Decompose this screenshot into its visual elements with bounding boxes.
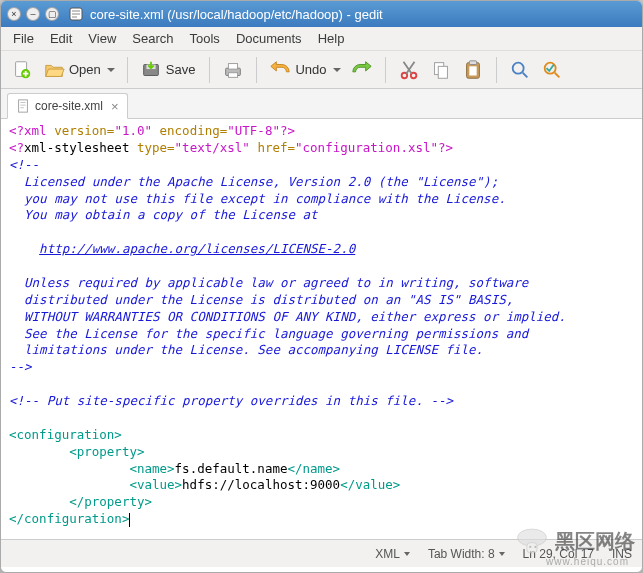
menu-tools[interactable]: Tools (182, 28, 228, 49)
redo-icon (351, 59, 373, 81)
menu-view[interactable]: View (80, 28, 124, 49)
save-button[interactable]: Save (136, 56, 202, 84)
separator (209, 57, 210, 83)
menu-edit[interactable]: Edit (42, 28, 80, 49)
copy-button[interactable] (426, 56, 456, 84)
code-text: Unless required by applicable law or agr… (9, 275, 528, 290)
save-icon (140, 59, 162, 81)
code-text: --> (9, 359, 32, 374)
svg-rect-14 (469, 60, 476, 64)
code-text: <name> (9, 461, 175, 476)
paste-button[interactable] (458, 56, 488, 84)
folder-open-icon (43, 59, 65, 81)
status-insert-mode[interactable]: INS (612, 547, 632, 561)
undo-icon (269, 59, 291, 81)
statusbar: XML Tab Width: 8 Ln 29, Col 17 INS (1, 539, 642, 567)
text-cursor (129, 513, 130, 527)
document-tabs: core-site.xml × (1, 89, 642, 119)
code-text: <!-- (9, 157, 39, 172)
code-text: hdfs://localhost:9000 (182, 477, 340, 492)
titlebar[interactable]: × – ▢ core-site.xml (/usr/local/hadoop/e… (1, 1, 642, 27)
code-text: See the License for the specific languag… (9, 326, 528, 341)
undo-button[interactable]: Undo (265, 56, 344, 84)
new-document-icon (11, 59, 33, 81)
code-text: type= (137, 140, 175, 155)
code-text: version= (54, 123, 114, 138)
text-editor[interactable]: <?xml version="1.0" encoding="UTF-8"?> <… (1, 119, 642, 539)
code-text: </name> (287, 461, 340, 476)
minimize-window-button[interactable]: – (26, 7, 40, 21)
new-document-button[interactable] (7, 56, 37, 84)
code-text: "1.0" (114, 123, 159, 138)
code-text: </configuration> (9, 511, 129, 526)
code-text: fs.default.name (175, 461, 288, 476)
menu-file[interactable]: File (5, 28, 42, 49)
svg-rect-18 (19, 100, 28, 112)
maximize-window-button[interactable]: ▢ (45, 7, 59, 21)
find-replace-icon (541, 59, 563, 81)
separator (496, 57, 497, 83)
code-text: you may not use this file except in comp… (9, 191, 506, 206)
copy-icon (430, 59, 452, 81)
cut-icon (398, 59, 420, 81)
code-text: "UTF-8" (227, 123, 280, 138)
svg-point-16 (512, 62, 523, 73)
code-text: xml-stylesheet (24, 140, 137, 155)
print-icon (222, 59, 244, 81)
close-tab-button[interactable]: × (111, 100, 119, 113)
gedit-icon (68, 6, 84, 22)
close-window-button[interactable]: × (7, 7, 21, 21)
toolbar: Open Save Undo (1, 51, 642, 89)
chevron-down-icon (499, 552, 505, 556)
status-language[interactable]: XML (375, 547, 410, 561)
status-tab-width[interactable]: Tab Width: 8 (428, 547, 505, 561)
menu-help[interactable]: Help (310, 28, 353, 49)
code-text: ?> (280, 123, 295, 138)
tab-label: core-site.xml (35, 99, 103, 113)
find-replace-button[interactable] (537, 56, 567, 84)
paste-icon (462, 59, 484, 81)
cut-button[interactable] (394, 56, 424, 84)
code-text: limitations under the License. See accom… (9, 342, 483, 357)
print-button[interactable] (218, 56, 248, 84)
separator (127, 57, 128, 83)
svg-rect-8 (229, 72, 238, 77)
code-text: WITHOUT WARRANTIES OR CONDITIONS OF ANY … (9, 309, 566, 324)
chevron-down-icon[interactable] (107, 68, 115, 72)
find-button[interactable] (505, 56, 535, 84)
menu-search[interactable]: Search (124, 28, 181, 49)
menu-documents[interactable]: Documents (228, 28, 310, 49)
save-label: Save (166, 62, 196, 77)
code-text: </value> (340, 477, 400, 492)
tab-core-site-xml[interactable]: core-site.xml × (7, 93, 128, 119)
redo-button[interactable] (347, 56, 377, 84)
status-cursor-position: Ln 29, Col 17 (523, 547, 594, 561)
open-label: Open (69, 62, 101, 77)
code-text (9, 241, 39, 256)
open-button[interactable]: Open (39, 56, 119, 84)
separator (256, 57, 257, 83)
undo-label: Undo (295, 62, 326, 77)
menubar: File Edit View Search Tools Documents He… (1, 27, 642, 51)
svg-rect-12 (438, 66, 447, 78)
code-text: http://www.apache.org/licenses/LICENSE-2… (39, 241, 355, 256)
search-icon (509, 59, 531, 81)
code-text: ?> (438, 140, 453, 155)
code-text: <? (9, 140, 24, 155)
code-text: <configuration> (9, 427, 122, 442)
code-text: <property> (9, 444, 144, 459)
code-text: </property> (9, 494, 152, 509)
svg-rect-15 (469, 66, 476, 75)
code-text: Licensed under the Apache License, Versi… (9, 174, 498, 189)
app-window: × – ▢ core-site.xml (/usr/local/hadoop/e… (0, 0, 643, 573)
code-text: <?xml (9, 123, 54, 138)
code-text: You may obtain a copy of the License at (9, 207, 318, 222)
code-text: encoding= (160, 123, 228, 138)
code-text: "text/xsl" (175, 140, 258, 155)
code-text: <!-- Put site-specific property override… (9, 393, 453, 408)
chevron-down-icon[interactable] (333, 68, 341, 72)
chevron-down-icon (404, 552, 410, 556)
code-text: <value> (9, 477, 182, 492)
document-icon (16, 99, 30, 113)
code-text: "configuration.xsl" (295, 140, 438, 155)
